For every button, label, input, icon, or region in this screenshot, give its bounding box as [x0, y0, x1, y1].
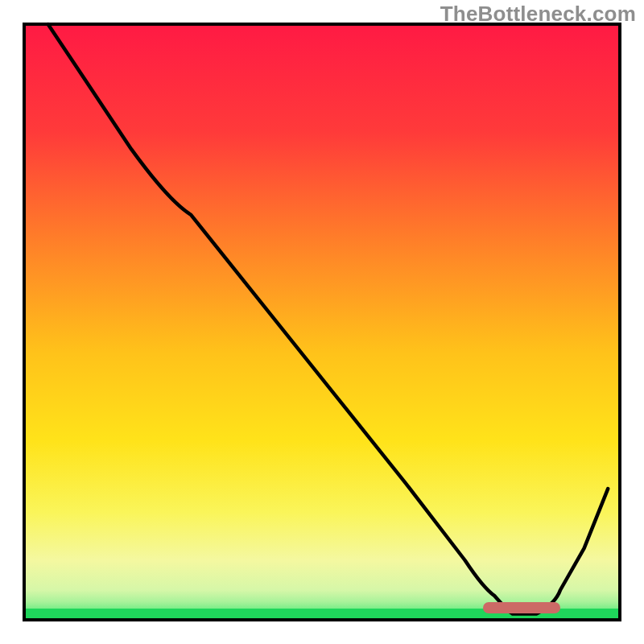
optimal-region-marker [483, 602, 560, 613]
chart-svg [0, 0, 644, 644]
heatmap-background [24, 24, 620, 620]
watermark-text: TheBottleneck.com [440, 2, 636, 27]
plot-area [24, 24, 620, 620]
chart-stage: TheBottleneck.com [0, 0, 644, 644]
